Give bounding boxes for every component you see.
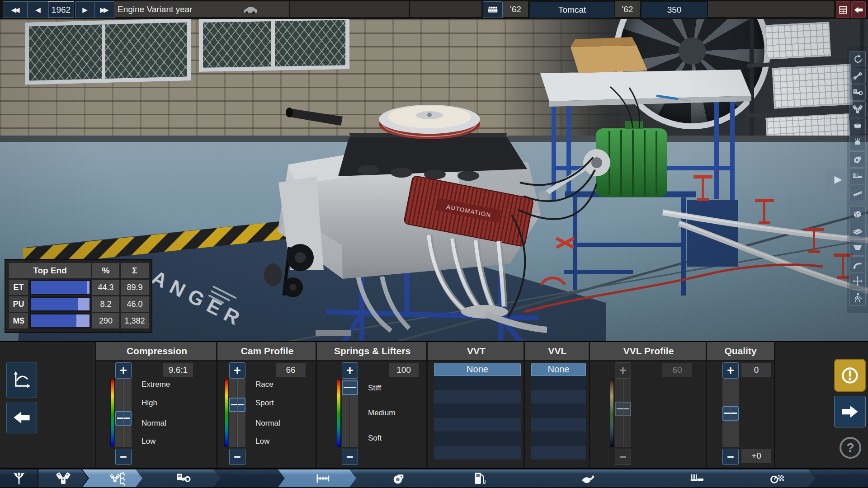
- option-row[interactable]: [434, 418, 521, 432]
- tab-piston[interactable]: [136, 469, 225, 487]
- tick-label: Low: [255, 437, 269, 446]
- year-field[interactable]: 1962: [48, 1, 74, 18]
- sidebar-air-cleaner-button[interactable]: [849, 118, 866, 134]
- vvl-profile-increase-button: +: [615, 362, 631, 379]
- sidebar-piston-button[interactable]: [849, 84, 866, 101]
- tick-label: Extreme: [142, 380, 170, 389]
- stat-row-label: PU: [9, 296, 28, 312]
- back-button[interactable]: [6, 402, 37, 433]
- quality-slider-handle[interactable]: [722, 406, 739, 421]
- cam-slider-handle[interactable]: [229, 398, 245, 412]
- tab-test-flag[interactable]: [728, 469, 820, 487]
- option-row[interactable]: [434, 390, 521, 404]
- tab-engine-variant[interactable]: [82, 469, 147, 487]
- tick-label: Race: [255, 380, 274, 389]
- quality-increase-button[interactable]: +: [722, 362, 739, 379]
- engine-3d-viewport[interactable]: DANGER: [0, 19, 868, 341]
- sidebar-move-tool-button[interactable]: [849, 273, 866, 289]
- sidebar-walk-mode-button[interactable]: [849, 290, 866, 306]
- sidebar-exhaust-pipe-button[interactable]: [849, 256, 866, 272]
- vvl-selected-option[interactable]: None: [531, 363, 586, 376]
- springs-slider[interactable]: [342, 379, 358, 447]
- family-year-label: '62: [503, 1, 528, 17]
- variant-name-field[interactable]: 350: [641, 1, 708, 18]
- quality-decrease-button[interactable]: −: [722, 449, 739, 465]
- cam-slider[interactable]: [229, 379, 245, 447]
- option-row[interactable]: [531, 418, 586, 432]
- engine-button[interactable]: [483, 1, 503, 18]
- move-tool-icon: [852, 276, 863, 286]
- option-row[interactable]: [434, 404, 521, 418]
- graph-view-button[interactable]: [6, 362, 37, 398]
- vvt-selected-option[interactable]: None: [434, 363, 521, 376]
- arrow-right-icon: [840, 402, 859, 421]
- toolbar-spacer-3: [708, 1, 834, 17]
- year-last-button[interactable]: ▶▶: [94, 1, 115, 18]
- springs-value[interactable]: 100: [389, 363, 419, 377]
- data-sheet-button[interactable]: [836, 1, 850, 18]
- sidebar-cylinder-head-button[interactable]: [849, 223, 866, 239]
- section-title: VVL: [525, 342, 590, 361]
- warning-button[interactable]: [834, 359, 866, 392]
- vvl-profile-decrease-button: −: [615, 449, 631, 465]
- exit-back-button[interactable]: [851, 1, 866, 18]
- section-title: VVT: [428, 342, 525, 361]
- cam-tick-labels: Race Sport Normal Low: [255, 379, 310, 447]
- option-row[interactable]: [531, 432, 586, 446]
- sidebar-crankshaft-button[interactable]: [849, 68, 866, 84]
- tab-exhaust-headers[interactable]: [648, 469, 740, 487]
- compression-increase-button[interactable]: +: [115, 362, 132, 379]
- tab-blank-11[interactable]: [808, 469, 868, 487]
- compression-decrease-button[interactable]: −: [115, 449, 132, 465]
- option-row[interactable]: [531, 446, 586, 460]
- sidebar-rotate-view-button[interactable]: [849, 51, 866, 67]
- cylinder-head-icon: [852, 225, 863, 236]
- sidebar-exhaust-headers-button[interactable]: [849, 168, 866, 184]
- tab-vee-engine[interactable]: [38, 469, 88, 487]
- option-row[interactable]: [434, 446, 521, 460]
- springs-decrease-button[interactable]: −: [342, 449, 358, 465]
- cam-decrease-button[interactable]: −: [229, 449, 245, 465]
- car-segment[interactable]: [211, 1, 289, 17]
- sidebar-turbocharger-button[interactable]: [849, 151, 866, 168]
- sidebar-vee-engine-button[interactable]: [849, 101, 866, 117]
- option-row[interactable]: [531, 376, 586, 389]
- tab-blank-4[interactable]: [213, 469, 289, 487]
- turbocharger-icon: [852, 154, 863, 165]
- sidebar-valve-cover-button[interactable]: [849, 185, 866, 201]
- option-row[interactable]: [434, 432, 521, 446]
- tab-branch-arrows[interactable]: [0, 469, 38, 487]
- tab-muffler[interactable]: [511, 469, 660, 487]
- tab-camshaft[interactable]: [278, 469, 361, 487]
- play-button[interactable]: ▶: [826, 169, 848, 189]
- help-button[interactable]: ?: [840, 437, 861, 459]
- compression-value[interactable]: 9.6:1: [163, 363, 193, 377]
- family-name-field[interactable]: Tomcat: [529, 1, 615, 18]
- year-mode-label: Engine Variant year: [114, 1, 213, 17]
- quality-slider[interactable]: [722, 379, 739, 447]
- option-row[interactable]: [531, 404, 586, 418]
- compression-slider[interactable]: [115, 379, 132, 447]
- year-prev-button[interactable]: ◀: [27, 1, 49, 18]
- compression-slider-handle[interactable]: [115, 411, 132, 426]
- cam-value[interactable]: 66: [276, 363, 306, 377]
- tab-fuel-pump[interactable]: [430, 469, 523, 487]
- year-first-button[interactable]: ◀◀: [3, 1, 28, 18]
- sidebar-distributor-button[interactable]: [849, 135, 866, 151]
- option-row[interactable]: [531, 390, 586, 404]
- cam-increase-button[interactable]: +: [229, 362, 245, 379]
- section-compression: Compression + 9.6:1 Extreme High Normal …: [95, 342, 217, 468]
- year-next-button[interactable]: ▶: [75, 1, 95, 18]
- section-title: Quality: [707, 342, 774, 361]
- tab-turbocharger[interactable]: [349, 469, 442, 487]
- springs-increase-button[interactable]: +: [342, 362, 358, 379]
- quality-value[interactable]: 0: [741, 363, 771, 377]
- fuel-pump-icon: [472, 471, 487, 486]
- springs-slider-handle[interactable]: [342, 380, 358, 395]
- sidebar-engine-block-button[interactable]: [849, 206, 866, 222]
- cam-gradient-strip: [224, 379, 228, 447]
- sidebar-oil-pan-button[interactable]: [849, 239, 866, 256]
- next-button[interactable]: [834, 396, 866, 427]
- vvl-option-list: [531, 376, 586, 460]
- option-row[interactable]: [434, 376, 521, 389]
